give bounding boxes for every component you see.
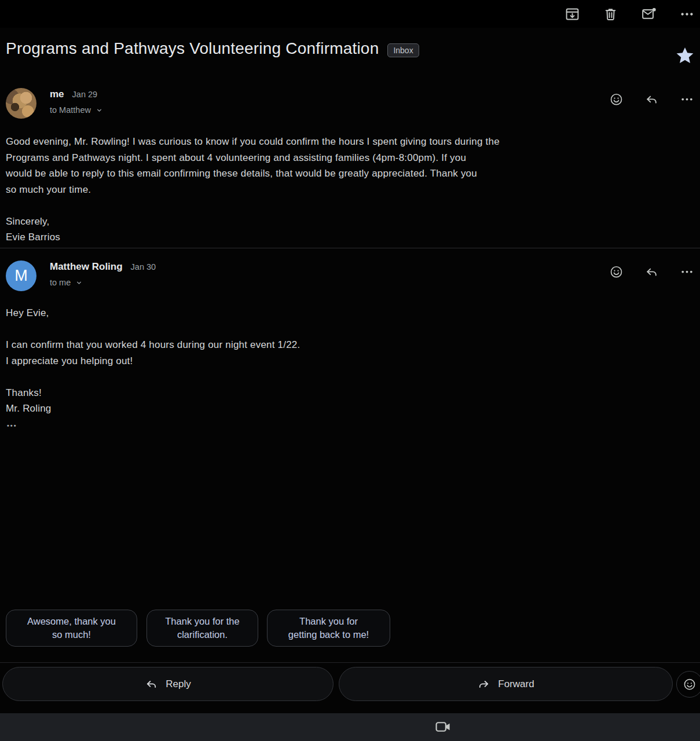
message-date: Jan 30 <box>131 262 156 272</box>
recipient-row[interactable]: to me <box>50 278 156 287</box>
reply-label: Reply <box>166 678 190 690</box>
smart-reply-chip[interactable]: Awesome, thank you so much! <box>6 610 137 647</box>
sender-name: me <box>50 89 64 100</box>
forward-label: Forward <box>498 678 534 690</box>
email-conversation-screen: Programs and Pathways Volunteering Confi… <box>0 0 700 741</box>
divider <box>0 662 700 663</box>
sender-row: Matthew RolingJan 30 <box>50 261 156 273</box>
more-icon[interactable] <box>679 6 695 22</box>
message-body: Hey Evie, I can confirm that you worked … <box>6 305 665 417</box>
sender-name: Matthew Roling <box>50 261 123 272</box>
reply-icon <box>145 677 158 691</box>
inbox-label[interactable]: Inbox <box>387 43 419 57</box>
archive-icon[interactable] <box>565 6 580 22</box>
page-title: Programs and Pathways Volunteering Confi… <box>6 39 379 58</box>
forward-icon <box>477 677 490 691</box>
smart-reply-chip[interactable]: Thank you for the clarification. <box>146 610 258 647</box>
forward-button[interactable]: Forward <box>339 667 673 701</box>
show-trimmed-content-button[interactable]: ••• <box>7 422 17 429</box>
recipient-label: to me <box>50 278 71 287</box>
video-camera-icon[interactable] <box>434 718 452 736</box>
mark-unread-icon[interactable] <box>641 6 657 22</box>
sender-row: meJan 29 <box>50 89 104 100</box>
recipient-row[interactable]: to Matthew <box>50 105 104 115</box>
message-date: Jan 29 <box>72 90 98 99</box>
avatar[interactable] <box>6 88 36 119</box>
delete-icon[interactable] <box>603 6 618 22</box>
add-reaction-icon[interactable] <box>609 92 624 107</box>
divider <box>0 248 700 248</box>
subject-row: Programs and Pathways Volunteering Confi… <box>6 39 665 58</box>
reply-icon[interactable] <box>644 265 659 279</box>
star-icon[interactable] <box>675 45 695 66</box>
recipient-label: to Matthew <box>50 105 91 115</box>
more-icon[interactable] <box>680 265 694 279</box>
message-header: M Matthew RolingJan 30 to me <box>6 261 694 294</box>
top-action-bar <box>0 0 700 28</box>
message-header: meJan 29 to Matthew <box>6 88 694 122</box>
smart-reply-chip[interactable]: Thank you for getting back to me! <box>267 610 390 647</box>
chevron-down-icon <box>75 278 83 287</box>
message-body: Good evening, Mr. Rowling! I was curious… <box>6 134 665 245</box>
add-reaction-icon[interactable] <box>676 671 700 698</box>
add-reaction-icon[interactable] <box>609 265 624 279</box>
avatar[interactable]: M <box>6 261 36 291</box>
chevron-down-icon <box>95 106 104 115</box>
system-bar <box>0 713 700 741</box>
more-icon[interactable] <box>680 92 694 107</box>
reply-button[interactable]: Reply <box>2 667 333 701</box>
reply-icon[interactable] <box>644 92 659 107</box>
